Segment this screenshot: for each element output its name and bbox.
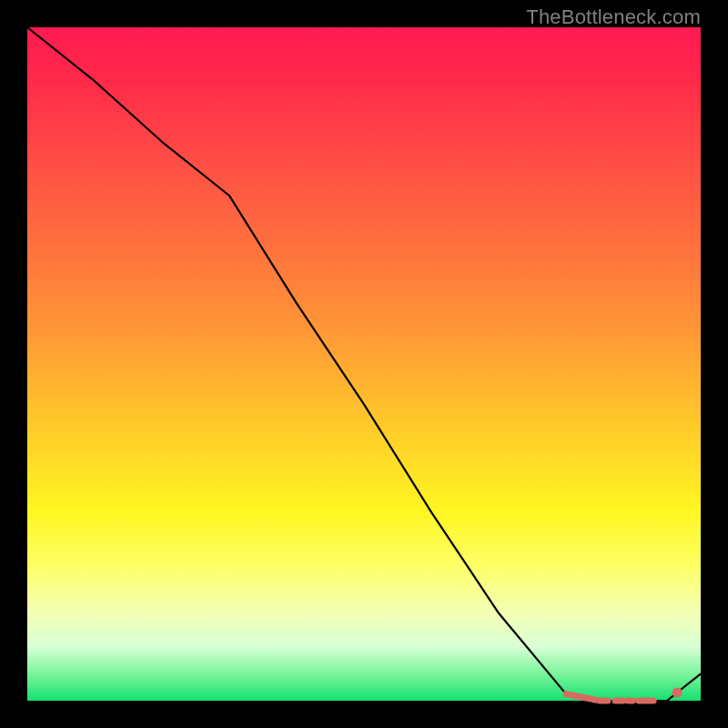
- highlight-lead-segment: [566, 694, 596, 701]
- highlight-group: [566, 688, 682, 701]
- bottleneck-curve: [27, 27, 701, 701]
- highlight-end-dot: [672, 688, 682, 698]
- watermark-text: TheBottleneck.com: [526, 5, 701, 29]
- chart-frame: TheBottleneck.com: [0, 0, 728, 728]
- chart-overlay: [27, 27, 701, 701]
- plot-area: [27, 27, 701, 701]
